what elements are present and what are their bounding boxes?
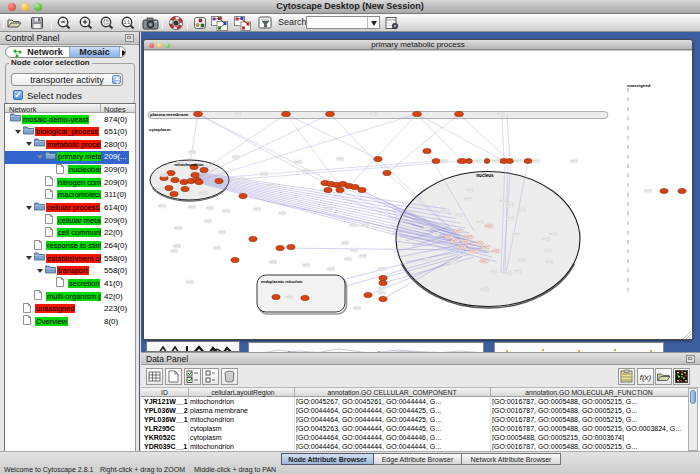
svg-text:nn(n): nn(n) <box>467 188 474 192</box>
svg-text:nn(n): nn(n) <box>370 112 377 116</box>
svg-text:nn(n): nn(n) <box>379 291 386 295</box>
svg-text:nn(n): nn(n) <box>303 263 310 267</box>
svg-text:nn(n): nn(n) <box>493 249 500 253</box>
svg-text:nn(n): nn(n) <box>443 209 450 213</box>
svg-text:nn(n): nn(n) <box>189 205 196 209</box>
svg-text:mitochondrion: mitochondrion <box>174 162 204 167</box>
svg-text:nn(n): nn(n) <box>201 191 208 195</box>
svg-text:nn(n): nn(n) <box>207 206 214 210</box>
svg-text:nn(n): nn(n) <box>490 270 497 274</box>
svg-text:nn(n): nn(n) <box>476 241 483 245</box>
svg-text:unassigned: unassigned <box>627 83 651 88</box>
svg-text:nn(n): nn(n) <box>379 286 386 290</box>
svg-text:nn(n): nn(n) <box>189 150 196 154</box>
svg-text:nn(n): nn(n) <box>533 159 540 163</box>
svg-text:nn(n): nn(n) <box>441 159 448 163</box>
svg-text:nn(n): nn(n) <box>303 169 310 173</box>
svg-text:nn(n): nn(n) <box>161 173 168 177</box>
svg-text:nn(n): nn(n) <box>261 172 268 176</box>
svg-text:nn(n): nn(n) <box>483 245 490 249</box>
svg-text:nn(n): nn(n) <box>424 226 431 230</box>
svg-text:nn(n): nn(n) <box>459 245 466 249</box>
svg-text:nn(n): nn(n) <box>187 280 194 284</box>
svg-text:nn(n): nn(n) <box>254 207 261 211</box>
svg-text:nn(n): nn(n) <box>159 204 166 208</box>
svg-text:nn(n): nn(n) <box>463 240 470 244</box>
svg-text:nn(n): nn(n) <box>233 155 240 159</box>
svg-text:nn(n): nn(n) <box>452 239 459 243</box>
svg-text:nn(n): nn(n) <box>456 229 463 233</box>
svg-text:nn(n): nn(n) <box>171 249 178 253</box>
svg-text:nn(n): nn(n) <box>175 226 182 230</box>
svg-text:nn(n): nn(n) <box>645 189 652 193</box>
svg-text:nn(n): nn(n) <box>360 254 367 258</box>
svg-text:nn(n): nn(n) <box>337 157 344 161</box>
svg-text:nn(n): nn(n) <box>350 223 357 227</box>
svg-text:nn(n): nn(n) <box>268 183 275 187</box>
svg-text:nn(n): nn(n) <box>465 197 472 201</box>
svg-text:nn(n): nn(n) <box>205 219 212 223</box>
svg-text:nn(n): nn(n) <box>505 271 512 275</box>
svg-text:plasma membrane: plasma membrane <box>150 112 189 117</box>
svg-text:nn(n): nn(n) <box>515 159 522 163</box>
svg-text:nn(n): nn(n) <box>481 259 488 263</box>
svg-text:nn(n): nn(n) <box>477 220 484 224</box>
svg-text:nn(n): nn(n) <box>157 187 164 191</box>
svg-text:nn(n): nn(n) <box>507 203 514 207</box>
svg-text:nn(n): nn(n) <box>446 235 453 239</box>
svg-text:nn(n): nn(n) <box>235 112 242 116</box>
svg-text:nucleus: nucleus <box>476 173 494 178</box>
svg-text:nn(n): nn(n) <box>214 246 221 250</box>
svg-text:nn(n): nn(n) <box>219 230 226 234</box>
svg-text:nn(n): nn(n) <box>433 232 440 236</box>
svg-text:nn(n): nn(n) <box>362 223 369 227</box>
svg-text:nn(n): nn(n) <box>515 269 522 273</box>
svg-text:nn(n): nn(n) <box>279 211 286 215</box>
svg-text:f(x): f(x) <box>640 373 652 382</box>
svg-text:nn(n): nn(n) <box>513 232 520 236</box>
svg-text:nn(n): nn(n) <box>379 267 386 271</box>
svg-text:cytoplasm: cytoplasm <box>149 127 171 132</box>
svg-text:nn(n): nn(n) <box>486 224 493 228</box>
svg-text:nn(n): nn(n) <box>425 258 432 262</box>
svg-text:nn(n): nn(n) <box>270 260 277 264</box>
svg-text:nn(n): nn(n) <box>571 159 578 163</box>
svg-text:nn(n): nn(n) <box>519 208 526 212</box>
svg-text:nn(n): nn(n) <box>482 288 489 292</box>
svg-text:nn(n): nn(n) <box>546 260 553 264</box>
svg-text:nn(n): nn(n) <box>354 306 361 310</box>
svg-text:nn(n): nn(n) <box>500 199 507 203</box>
svg-text:nn(n): nn(n) <box>471 249 478 253</box>
svg-text:nn(n): nn(n) <box>325 206 332 210</box>
svg-text:nn(n): nn(n) <box>466 235 473 239</box>
svg-text:nn(n): nn(n) <box>450 260 457 264</box>
svg-text:nn(n): nn(n) <box>507 216 514 220</box>
svg-text:nn(n): nn(n) <box>286 295 293 299</box>
svg-text:nn(n): nn(n) <box>550 232 557 236</box>
svg-text:1:1: 1:1 <box>124 20 131 25</box>
svg-text:nn(n): nn(n) <box>519 258 526 262</box>
svg-text:nn(n): nn(n) <box>223 209 230 213</box>
svg-text:nn(n): nn(n) <box>475 159 482 163</box>
svg-text:nn(n): nn(n) <box>295 160 302 164</box>
svg-text:nn(n): nn(n) <box>543 237 550 241</box>
svg-text:nn(n): nn(n) <box>345 257 352 261</box>
svg-text:nn(n): nn(n) <box>493 159 500 163</box>
svg-text:nn(n): nn(n) <box>545 249 552 253</box>
svg-text:nn(n): nn(n) <box>328 267 335 271</box>
svg-text:nn(n): nn(n) <box>174 244 181 248</box>
svg-text:nn(n): nn(n) <box>456 213 463 217</box>
svg-text:nn(n): nn(n) <box>498 112 505 116</box>
svg-text:endoplasmic reticulum: endoplasmic reticulum <box>261 280 303 284</box>
svg-text:nn(n): nn(n) <box>342 241 349 245</box>
svg-text:nn(n): nn(n) <box>238 177 245 181</box>
svg-text:nn(n): nn(n) <box>351 248 358 252</box>
